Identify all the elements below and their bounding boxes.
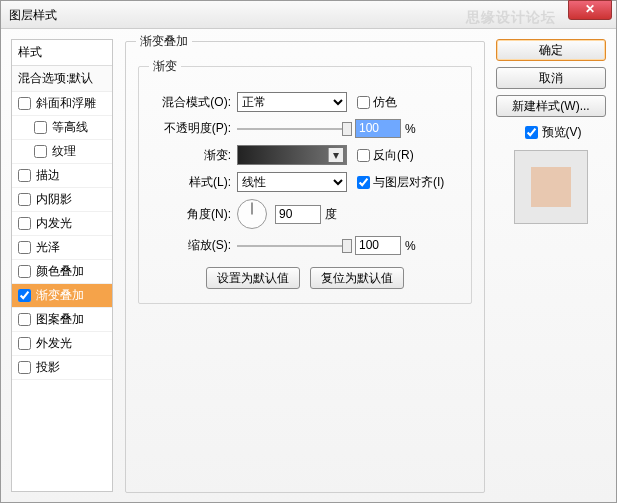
titlebar: 图层样式 思缘设计论坛 ✕ [1, 1, 616, 29]
preview-label: 预览(V) [542, 124, 582, 141]
reverse-label: 反向(R) [373, 147, 414, 164]
opacity-unit: % [405, 122, 416, 136]
sidebar-blend-options[interactable]: 混合选项:默认 [12, 66, 112, 92]
scale-label: 缩放(S): [149, 237, 237, 254]
sidebar-item-label: 内阴影 [36, 191, 72, 208]
sidebar-item-check-11[interactable] [18, 361, 31, 374]
sidebar-item-label: 渐变叠加 [36, 287, 84, 304]
effect-panel-title: 渐变叠加 [136, 33, 192, 50]
sidebar-item-9[interactable]: 图案叠加 [12, 308, 112, 332]
sidebar-item-check-5[interactable] [18, 217, 31, 230]
sidebar-item-label: 颜色叠加 [36, 263, 84, 280]
sidebar-item-8[interactable]: 渐变叠加 [12, 284, 112, 308]
opacity-label: 不透明度(P): [149, 120, 237, 137]
sidebar-item-check-0[interactable] [18, 97, 31, 110]
preview-inner [531, 167, 571, 207]
new-style-button[interactable]: 新建样式(W)... [496, 95, 606, 117]
sidebar-item-7[interactable]: 颜色叠加 [12, 260, 112, 284]
sidebar-item-label: 光泽 [36, 239, 60, 256]
angle-input[interactable]: 90 [275, 205, 321, 224]
sidebar-item-label: 斜面和浮雕 [36, 95, 96, 112]
sidebar-item-check-6[interactable] [18, 241, 31, 254]
watermark: 思缘设计论坛 [466, 3, 556, 31]
reverse-checkbox[interactable]: 反向(R) [357, 147, 414, 164]
preview-checkbox[interactable]: 预览(V) [496, 123, 606, 142]
angle-label: 角度(N): [149, 206, 237, 223]
sidebar-item-0[interactable]: 斜面和浮雕 [12, 92, 112, 116]
gradient-group-title: 渐变 [149, 58, 181, 75]
dither-checkbox[interactable]: 仿色 [357, 94, 397, 111]
dither-input[interactable] [357, 96, 370, 109]
align-label: 与图层对齐(I) [373, 174, 444, 191]
scale-unit: % [405, 239, 416, 253]
sidebar-item-2[interactable]: 纹理 [12, 140, 112, 164]
style-label: 样式(L): [149, 174, 237, 191]
gradient-label: 渐变: [149, 147, 237, 164]
align-input[interactable] [357, 176, 370, 189]
gradient-picker[interactable] [237, 145, 347, 165]
gradient-group: 渐变 混合模式(O): 正常 仿色 不透明度(P): [138, 58, 472, 304]
sidebar-item-label: 描边 [36, 167, 60, 184]
sidebar-item-label: 投影 [36, 359, 60, 376]
opacity-slider[interactable] [237, 120, 347, 138]
reset-default-button[interactable]: 复位为默认值 [310, 267, 404, 289]
sidebar-item-label: 外发光 [36, 335, 72, 352]
sidebar-item-label: 内发光 [36, 215, 72, 232]
sidebar-item-label: 等高线 [52, 119, 88, 136]
angle-unit: 度 [325, 206, 337, 223]
sidebar-item-check-10[interactable] [18, 337, 31, 350]
sidebar-item-check-9[interactable] [18, 313, 31, 326]
sidebar-item-check-2[interactable] [34, 145, 47, 158]
opacity-input[interactable]: 100 [355, 119, 401, 138]
scale-input[interactable]: 100 [355, 236, 401, 255]
dither-label: 仿色 [373, 94, 397, 111]
blend-mode-label: 混合模式(O): [149, 94, 237, 111]
styles-sidebar: 样式 混合选项:默认 斜面和浮雕等高线纹理描边内阴影内发光光泽颜色叠加渐变叠加图… [11, 39, 113, 492]
sidebar-item-5[interactable]: 内发光 [12, 212, 112, 236]
effect-panel: 渐变叠加 渐变 混合模式(O): 正常 仿色 不透明度(P): [125, 33, 485, 493]
sidebar-item-4[interactable]: 内阴影 [12, 188, 112, 212]
sidebar-item-check-7[interactable] [18, 265, 31, 278]
sidebar-item-check-3[interactable] [18, 169, 31, 182]
sidebar-item-label: 图案叠加 [36, 311, 84, 328]
style-select[interactable]: 线性 [237, 172, 347, 192]
right-panel: 确定 取消 新建样式(W)... 预览(V) [496, 39, 606, 224]
set-default-button[interactable]: 设置为默认值 [206, 267, 300, 289]
sidebar-item-check-8[interactable] [18, 289, 31, 302]
angle-dial[interactable] [237, 199, 267, 229]
sidebar-item-1[interactable]: 等高线 [12, 116, 112, 140]
cancel-button[interactable]: 取消 [496, 67, 606, 89]
preview-input[interactable] [525, 126, 538, 139]
sidebar-item-check-4[interactable] [18, 193, 31, 206]
close-button[interactable]: ✕ [568, 0, 612, 20]
sidebar-item-3[interactable]: 描边 [12, 164, 112, 188]
scale-slider[interactable] [237, 237, 347, 255]
sidebar-item-11[interactable]: 投影 [12, 356, 112, 380]
ok-button[interactable]: 确定 [496, 39, 606, 61]
sidebar-item-10[interactable]: 外发光 [12, 332, 112, 356]
preview-swatch [514, 150, 588, 224]
sidebar-item-6[interactable]: 光泽 [12, 236, 112, 260]
blend-mode-select[interactable]: 正常 [237, 92, 347, 112]
align-checkbox[interactable]: 与图层对齐(I) [357, 174, 444, 191]
layer-style-dialog: 图层样式 思缘设计论坛 ✕ 样式 混合选项:默认 斜面和浮雕等高线纹理描边内阴影… [0, 0, 617, 503]
sidebar-item-label: 纹理 [52, 143, 76, 160]
sidebar-heading[interactable]: 样式 [12, 40, 112, 66]
window-title: 图层样式 [9, 8, 57, 22]
sidebar-item-check-1[interactable] [34, 121, 47, 134]
reverse-input[interactable] [357, 149, 370, 162]
dialog-body: 样式 混合选项:默认 斜面和浮雕等高线纹理描边内阴影内发光光泽颜色叠加渐变叠加图… [1, 29, 616, 502]
